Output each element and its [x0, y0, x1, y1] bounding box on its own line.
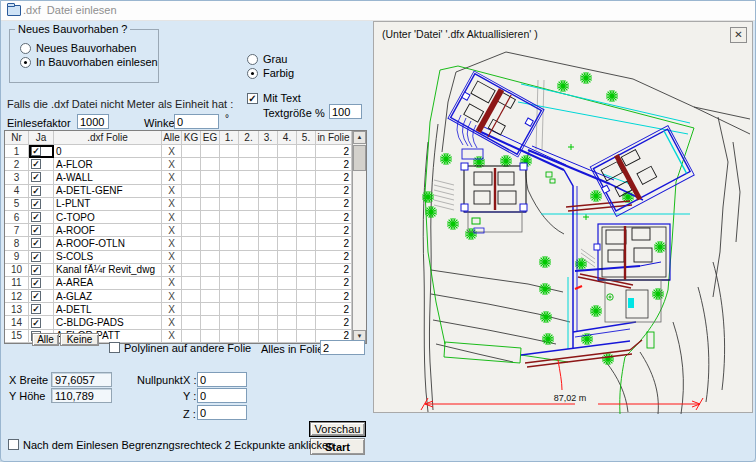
winkel-input[interactable] — [174, 114, 219, 129]
mit-text-checkbox[interactable]: ✓ — [247, 93, 258, 104]
layer-checkbox[interactable]: ✓ — [31, 212, 41, 222]
radio-in-bauvorhaben-einlesen[interactable] — [20, 57, 31, 68]
column-header-nr[interactable]: Nr — [5, 131, 29, 145]
column-header--dxf-folie[interactable]: .dxf Folie — [54, 131, 162, 145]
row-number: 4 — [5, 185, 29, 198]
radio-neues-bauvorhaben-label: Neues Bauvorhaben — [36, 42, 136, 54]
layer-checkbox[interactable]: ✓ — [31, 291, 41, 301]
begrenzungsrechteck-checkbox[interactable] — [8, 439, 19, 450]
column-header-5-[interactable]: 5. — [297, 131, 316, 145]
site-plan-drawing: 87,02 m — [374, 22, 754, 414]
dxf-layer-table: NrJa.dxf FolieAlleKGEG1.2.3.4.5.in Folie… — [4, 130, 367, 344]
layer-checkbox[interactable]: ✓ — [31, 225, 41, 235]
c5-cell — [297, 211, 316, 224]
alle-mark: X — [162, 171, 182, 184]
column-header-1-[interactable]: 1. — [220, 131, 239, 145]
row-number: 10 — [5, 264, 29, 277]
layer-checkbox[interactable]: ✓ — [31, 252, 41, 262]
eg-cell — [201, 290, 220, 303]
alles-in-folie-input[interactable] — [320, 340, 365, 355]
ja-cell: ✓ — [29, 290, 54, 303]
in-folie-value: 2 — [316, 185, 352, 198]
keine-button[interactable]: Keine — [60, 333, 99, 346]
layer-name: S-COLS — [54, 251, 162, 264]
layer-name: 0 — [54, 145, 162, 158]
table-row: 9✓S-COLSX2 — [5, 251, 366, 264]
column-header-4-[interactable]: 4. — [278, 131, 297, 145]
kg-cell — [182, 303, 201, 316]
radio-grau[interactable] — [247, 54, 258, 65]
column-header-ja[interactable]: Ja — [29, 131, 54, 145]
layer-checkbox[interactable]: ✓ — [31, 186, 41, 196]
layer-checkbox[interactable]: ✓ — [31, 199, 41, 209]
nullpunkt-z-input[interactable] — [197, 405, 247, 420]
c4-cell — [278, 145, 297, 158]
nullpunkt-y-input[interactable] — [197, 388, 247, 403]
c5-cell — [297, 290, 316, 303]
alle-mark: X — [162, 211, 182, 224]
radio-farbig[interactable] — [247, 68, 258, 79]
alle-mark: X — [162, 158, 182, 171]
polylinen-checkbox[interactable] — [109, 342, 120, 353]
textgroesse-input[interactable] — [329, 104, 362, 119]
c2-cell — [239, 290, 259, 303]
column-header-kg[interactable]: KG — [182, 131, 201, 145]
row-number: 9 — [5, 251, 29, 264]
ja-cell: ✓ — [29, 158, 54, 171]
layer-checkbox[interactable]: ✓ — [31, 318, 41, 328]
c1-cell — [220, 145, 239, 158]
kg-cell — [182, 290, 201, 303]
radio-neues-bauvorhaben[interactable] — [20, 43, 31, 54]
alle-button[interactable]: Alle — [32, 333, 59, 346]
scrollbar-thumb[interactable] — [353, 145, 366, 171]
column-header-alle[interactable]: Alle — [162, 131, 182, 145]
einlesefaktor-input[interactable] — [77, 114, 109, 129]
in-folie-value: 2 — [316, 316, 352, 329]
layer-checkbox[interactable]: ✓ — [31, 238, 41, 248]
c1-cell — [220, 158, 239, 171]
x-breite-value: 97,6057 — [51, 372, 112, 387]
c5-cell — [297, 264, 316, 277]
in-folie-value: 2 — [316, 211, 352, 224]
layer-checkbox[interactable]: ✓ — [31, 304, 41, 314]
row-number: 2 — [5, 158, 29, 171]
nullpunkt-x-input[interactable] — [197, 372, 247, 387]
layer-checkbox[interactable]: ✓ — [31, 159, 41, 169]
row-number: 6 — [5, 211, 29, 224]
y-hoehe-label: Y Höhe — [9, 390, 46, 402]
kg-cell — [182, 264, 201, 277]
eg-cell — [201, 145, 220, 158]
column-header-2-[interactable]: 2. — [239, 131, 259, 145]
ja-cell: ✓ — [29, 224, 54, 237]
layer-checkbox[interactable]: ✓ — [31, 265, 41, 275]
c5-cell — [297, 316, 316, 329]
table-scrollbar[interactable]: ▲ ▼ — [352, 131, 366, 343]
einlesefaktor-label: Einlesefaktor — [7, 117, 71, 129]
column-header-eg[interactable]: EG — [201, 131, 220, 145]
close-icon[interactable]: ✕ — [730, 27, 747, 43]
preview-title: (Unter 'Datei' '.dfx Aktuallisieren' ) — [382, 28, 538, 40]
alle-mark: X — [162, 224, 182, 237]
kg-cell — [182, 277, 201, 290]
row-number: 12 — [5, 290, 29, 303]
layer-name: C-TOPO — [54, 211, 162, 224]
folder-icon — [7, 5, 21, 16]
x-breite-label: X Breite — [9, 374, 48, 386]
layer-checkbox[interactable]: ✓ — [31, 146, 41, 156]
c3-cell — [259, 145, 278, 158]
kg-cell — [182, 171, 201, 184]
c5-cell — [297, 158, 316, 171]
layer-checkbox[interactable]: ✓ — [31, 278, 41, 288]
in-folie-value: 2 — [316, 251, 352, 264]
column-header-3-[interactable]: 3. — [259, 131, 278, 145]
c2-cell — [239, 224, 259, 237]
scroll-up-icon[interactable]: ▲ — [353, 131, 366, 144]
dimension-label: 87,02 m — [554, 393, 587, 403]
c3-cell — [259, 277, 278, 290]
column-header-in-folie[interactable]: in Folie — [316, 131, 352, 145]
layer-name: L-PLNT — [54, 198, 162, 211]
c5-cell — [297, 303, 316, 316]
in-folie-value: 2 — [316, 224, 352, 237]
vorschau-button[interactable]: Vorschau — [310, 422, 365, 436]
layer-checkbox[interactable]: ✓ — [31, 172, 41, 182]
